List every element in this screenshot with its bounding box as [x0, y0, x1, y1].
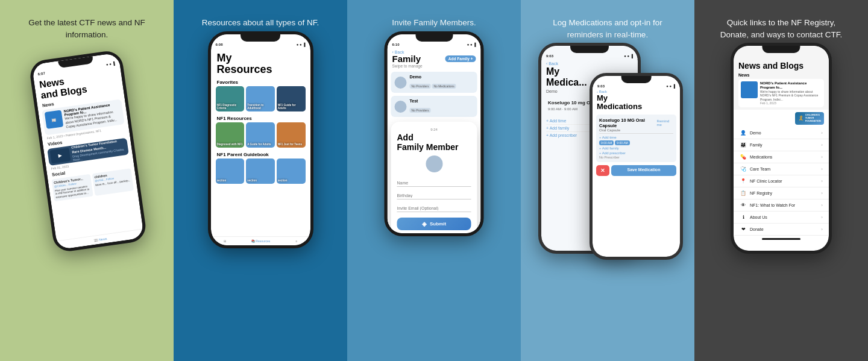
add-time-popup[interactable]: + Add time [599, 135, 673, 140]
menu-item-about-us[interactable]: ℹAbout Us › [734, 212, 829, 224]
signal-4a: ● ● ▐ [624, 54, 633, 58]
tabbar-1: 📰 News [56, 229, 144, 250]
thumb-fav-3[interactable]: NF1 Guide for Adults [277, 86, 306, 111]
member-test[interactable]: Test No Providers [391, 96, 477, 117]
submit-btn[interactable]: ◈ Submit [397, 218, 471, 230]
phone-5: News and Blogs News NORD's Patient Assis… [731, 43, 832, 254]
panel-4-caption: Log Medications and opt-in for reminders… [541, 17, 674, 40]
popup4b-med-name: Koselugo 10 MG Oral Capsule [599, 118, 657, 128]
home-indicator-5 [762, 238, 800, 240]
invite-email-input[interactable] [397, 205, 471, 212]
tabbar-2: ⊞ 📚 Resources ≡ [211, 236, 310, 245]
tab2-home[interactable]: ⊞ [224, 239, 226, 243]
menu-item-nf1-watch[interactable]: 👁NF1: What to Watch For › [734, 199, 829, 212]
social-card-2: children @child... Follow More th... fro… [92, 168, 134, 196]
popup4b-sub: Oral Capsule [599, 128, 673, 134]
member-demo-info: Demo No ProvidersNo Medications [410, 75, 458, 90]
menu-item-demo[interactable]: 👤Demo › [734, 127, 829, 139]
thumb-img-nf1-3: NF1 Just for Teens [277, 122, 306, 148]
thumb-gb-1[interactable]: section [216, 159, 245, 184]
panel-1: Get the latest CTF news and NF informati… [0, 0, 174, 361]
signal-3a: ● ● ▐ [467, 43, 476, 46]
add-prescriber-popup[interactable]: + Add prescriber [599, 151, 673, 155]
tab-news[interactable]: 📰 News [93, 237, 107, 242]
phone-2: 6:08 ● ● ▐ MyResources Favorites NF1 Dia… [208, 31, 313, 248]
panel-5-caption: Quick links to the NF Registry, Donate, … [715, 17, 848, 40]
thumb-nf1-3[interactable]: NF1 Just for Teens [277, 122, 306, 148]
news-card-text-1: NORD's Patient Assistance Program fo... … [63, 102, 122, 130]
popup-avatar [426, 155, 442, 172]
section-favorites: Favorites [211, 77, 310, 86]
guidebook-thumbs: section section section [211, 159, 310, 186]
avatar-test [395, 101, 407, 113]
phone-3a: 6:10 ● ● ▐ ‹ Back Family Add Family + Sw… [385, 31, 484, 236]
birthday-input[interactable] [397, 192, 471, 199]
no-prescriber: No Prescriber [599, 155, 673, 159]
social-card-1: Children's Tumor... @Childre... Follow P… [51, 174, 93, 201]
thumb-nf1-2[interactable]: A Guide for Adults [246, 122, 275, 148]
name-input[interactable] [397, 180, 471, 187]
news-section-5: News and Blogs News NORD's Patient Assis… [734, 46, 829, 110]
tab2-menu[interactable]: ≡ [295, 239, 297, 243]
panel-3: Invite Family Members. 6:10 ● ● ▐ ‹ Back… [347, 0, 521, 361]
thumb-img-gb-3: section [277, 159, 306, 184]
logo-section-5: 🎗 CHILDREN'STUMORFOUNDATION [734, 110, 829, 127]
screen-3a: 6:10 ● ● ▐ ‹ Back Family Add Family + Sw… [388, 34, 481, 233]
add-family-popup: 9:24 AddFamily Member ◈ Submit [391, 122, 477, 233]
save-med-btn[interactable]: Save Medication [611, 165, 676, 176]
thumb-gb-3[interactable]: section [277, 159, 306, 184]
time-4a: 9:03 [546, 54, 553, 58]
menu-item-care-team[interactable]: 🩺Care Team › [734, 163, 829, 175]
panel-5: Quick links to the NF Registry, Donate, … [694, 0, 868, 361]
ctf-logo-icon: 🎗 [798, 115, 804, 122]
notch-2 [241, 34, 280, 42]
section-nf1resources: NF1 Resources [211, 113, 310, 122]
news-card-5: NORD's Patient Assistance Program fo... … [738, 79, 824, 108]
ctf-logo-text: CHILDREN'STUMORFOUNDATION [805, 114, 821, 122]
signal-4b: ● ● ▐ [666, 84, 675, 88]
menu-item-donate[interactable]: ❤Donate › [734, 224, 829, 236]
menu-item-nf-registry[interactable]: 📋NF Registry › [734, 187, 829, 199]
menu-item-medications[interactable]: 💊Medications › [734, 151, 829, 163]
panel-4: Log Medications and opt-in for reminders… [521, 0, 694, 361]
screen-1: 6:07 ● ● ▐ Newsand Blogs News 📰 NORD's P… [31, 52, 144, 250]
favorites-thumbs: NF1 Diagnostic Criteria Transition to Ad… [211, 86, 310, 113]
screen-2: 6:08 ● ● ▐ MyResources Favorites NF1 Dia… [211, 34, 310, 245]
screen3-top: ‹ Back Family Add Family + Swipe to mana… [388, 48, 481, 71]
ctf-logo: 🎗 CHILDREN'STUMORFOUNDATION [795, 112, 824, 124]
notch-5 [762, 46, 800, 53]
submit-label: Submit [430, 221, 446, 227]
tab2-resources[interactable]: 📚 Resources [251, 239, 270, 243]
notch-4a [570, 46, 609, 53]
thumb-gb-2[interactable]: section [246, 159, 275, 184]
menu-item-family[interactable]: 👨‍👩‍👧Family › [734, 139, 829, 151]
screen5-padding [738, 52, 824, 61]
news-card-title-5: NORD's Patient Assistance Program fo... [760, 81, 822, 90]
back-btn-4a[interactable]: ‹ Back [541, 59, 638, 66]
nf1-thumbs: Diagnosed with NF1 A Guide for Adults NF… [211, 122, 310, 149]
family-title: Family [392, 54, 421, 64]
add-family-btn[interactable]: Add Family + [445, 55, 476, 62]
swipe-hint: Swipe to manage [392, 64, 476, 68]
member-demo[interactable]: Demo No ProvidersNo Medications [391, 72, 477, 93]
screen2-title: MyResources [211, 48, 310, 78]
time-badges: 9:00 AM 9:00 AM [599, 140, 673, 145]
time-2: 6:08 [216, 43, 223, 46]
thumb-fav-2[interactable]: Transition to Adulthood [246, 86, 275, 111]
news-card-img-1: 📰 [44, 110, 63, 130]
panel-1-caption: Get the latest CTF news and NF informati… [20, 17, 153, 40]
menu-item-clinic-locator[interactable]: 📍NF Clinic Locator › [734, 175, 829, 187]
cancel-btn-popup[interactable]: ✕ [596, 165, 609, 176]
time-1: 6:07 [37, 72, 45, 77]
add-family-popup2[interactable]: + Add family [599, 146, 673, 151]
popup4b-med: Koselugo 10 MG Oral Capsule Remind me Or… [596, 115, 676, 162]
time-3a: 6:10 [392, 43, 400, 46]
news-img-5 [741, 81, 758, 98]
thumb-fav-1[interactable]: NF1 Diagnostic Criteria [216, 86, 245, 111]
notch-4b [621, 76, 652, 83]
signal-2: ● ● ▐ [297, 43, 306, 46]
thumb-img-nf1-1: Diagnosed with NF1 [216, 122, 245, 148]
remind-label: Remind me [657, 119, 673, 127]
section-guidebook: NF1 Parent Guidebook [211, 149, 310, 159]
thumb-nf1-1[interactable]: Diagnosed with NF1 [216, 122, 245, 148]
